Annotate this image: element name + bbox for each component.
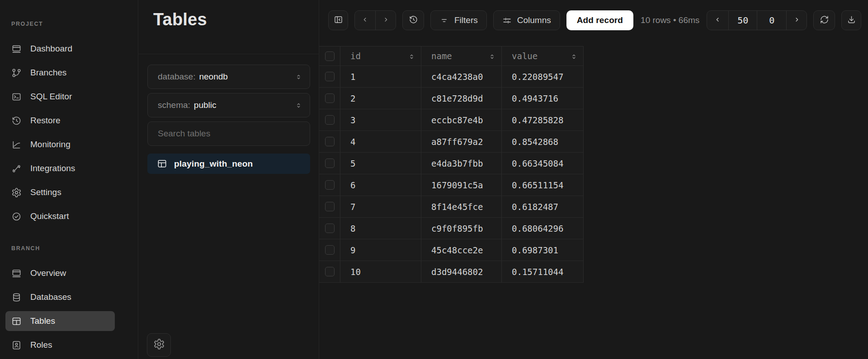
gear-icon [153,338,165,352]
columns-button[interactable]: Columns [493,10,560,30]
cell-name[interactable]: 1679091c5a [421,174,502,196]
row-checkbox[interactable] [325,115,335,125]
sidebar-item-label: Monitoring [30,140,71,149]
search-tables-input[interactable] [148,122,310,145]
tables-panel-body: database: neondb schema: public playing_… [138,54,319,174]
sidebar-item-integrations[interactable]: Integrations [5,159,115,178]
column-header-id: id [340,47,421,66]
cell-id[interactable]: 7 [340,196,421,218]
select-all-checkbox[interactable] [325,51,335,61]
cell-name[interactable]: a87ff679a2 [421,131,502,153]
row-checkbox-cell [319,88,340,109]
add-record-button[interactable]: Add record [566,10,633,30]
cell-name[interactable]: d3d9446802 [421,261,502,283]
row-checkbox[interactable] [325,224,335,233]
row-checkbox-cell [319,261,340,283]
row-checkbox[interactable] [325,137,335,146]
page-title: Tables [153,10,319,29]
sort-icon[interactable] [408,52,415,60]
cell-id[interactable]: 9 [340,239,421,261]
cell-value[interactable]: 0.66511154 [502,174,584,196]
cell-value[interactable]: 0.6987301 [502,239,584,261]
collapse-sidebar-button[interactable] [328,10,348,30]
row-checkbox[interactable] [325,93,335,103]
cell-value[interactable]: 0.4943716 [502,88,584,109]
sidebar-item-tables[interactable]: Tables [5,311,115,331]
database-select[interactable]: database: neondb [147,65,310,89]
cell-name[interactable]: c81e728d9d [421,88,502,109]
page-offset-value[interactable]: 0 [757,11,786,30]
cell-value[interactable]: 0.6182487 [502,196,584,218]
cell-value[interactable]: 0.68064296 [502,218,584,239]
cell-id[interactable]: 3 [340,109,421,131]
cell-value[interactable]: 0.66345084 [502,153,584,174]
cell-id[interactable]: 5 [340,153,421,174]
cell-name[interactable]: e4da3b7fbb [421,153,502,174]
columns-button-label: Columns [517,15,551,25]
cell-value[interactable]: 0.8542868 [502,131,584,153]
chevron-right-icon [793,15,801,26]
cell-id[interactable]: 10 [340,261,421,283]
sql-editor-icon [11,92,22,102]
sidebar-item-overview[interactable]: Overview [5,263,115,283]
row-checkbox[interactable] [325,267,335,276]
chevron-right-icon [382,15,390,26]
cell-name[interactable]: c4ca4238a0 [421,66,502,88]
sort-icon[interactable] [488,52,496,60]
row-checkbox-cell [319,109,340,131]
collapse-panel-icon [334,15,343,26]
filters-button[interactable]: Filters [430,10,487,30]
table-row: 5e4da3b7fbb0.66345084 [319,153,584,174]
sidebar-item-roles[interactable]: Roles [5,335,115,355]
page-size-value[interactable]: 50 [728,11,757,30]
row-checkbox[interactable] [325,202,335,211]
cell-id[interactable]: 6 [340,174,421,196]
sidebar-item-settings[interactable]: Settings [5,182,115,202]
sidebar-item-branches[interactable]: Branches [5,63,115,83]
download-icon [847,15,856,26]
table-row: 1c4ca4238a00.22089547 [319,66,584,88]
row-checkbox[interactable] [325,72,335,81]
table-list-item-playing-with-neon[interactable]: playing_with_neon [147,154,310,174]
sidebar-item-databases[interactable]: Databases [5,287,115,307]
forward-button[interactable] [375,11,396,30]
cell-value[interactable]: 0.15711044 [502,261,584,283]
prev-page-button[interactable] [707,11,728,30]
sidebar-item-dashboard[interactable]: Dashboard [5,39,115,59]
schema-select[interactable]: schema: public [147,93,310,117]
cell-value[interactable]: 0.47285828 [502,109,584,131]
row-checkbox-cell [319,131,340,153]
row-checkbox[interactable] [325,180,335,190]
row-checkbox[interactable] [325,245,335,255]
cell-name[interactable]: eccbc87e4b [421,109,502,131]
query-history-button[interactable] [402,10,424,30]
cell-name[interactable]: 8f14e45fce [421,196,502,218]
back-button[interactable] [355,11,375,30]
sort-icon[interactable] [570,52,578,60]
sidebar-item-sql-editor[interactable]: SQL Editor [5,87,115,107]
sidebar-item-quickstart[interactable]: Quickstart [5,206,115,226]
cell-id[interactable]: 2 [340,88,421,109]
history-nav-group [354,10,396,30]
row-checkbox[interactable] [325,159,335,168]
project-sidebar: PROJECT DashboardBranchesSQL EditorResto… [0,0,138,359]
cell-id[interactable]: 4 [340,131,421,153]
cell-name[interactable]: 45c48cce2e [421,239,502,261]
cell-id[interactable]: 1 [340,66,421,88]
next-page-button[interactable] [786,11,807,30]
cell-value[interactable]: 0.22089547 [502,66,584,88]
table-row: 4a87ff679a20.8542868 [319,131,584,153]
cell-name[interactable]: c9f0f895fb [421,218,502,239]
column-header-label: name [431,51,452,61]
row-checkbox-cell [319,239,340,261]
export-download-button[interactable] [841,10,861,30]
row-checkbox-cell [319,174,340,196]
sidebar-item-restore[interactable]: Restore [5,111,115,131]
pagination-group: 50 0 [707,10,807,30]
sidebar-item-monitoring[interactable]: Monitoring [5,135,115,154]
refresh-button[interactable] [813,10,835,30]
table-settings-button[interactable] [147,333,171,357]
database-select-prefix: database: [158,72,195,82]
schema-select-prefix: schema: [158,100,190,110]
cell-id[interactable]: 8 [340,218,421,239]
